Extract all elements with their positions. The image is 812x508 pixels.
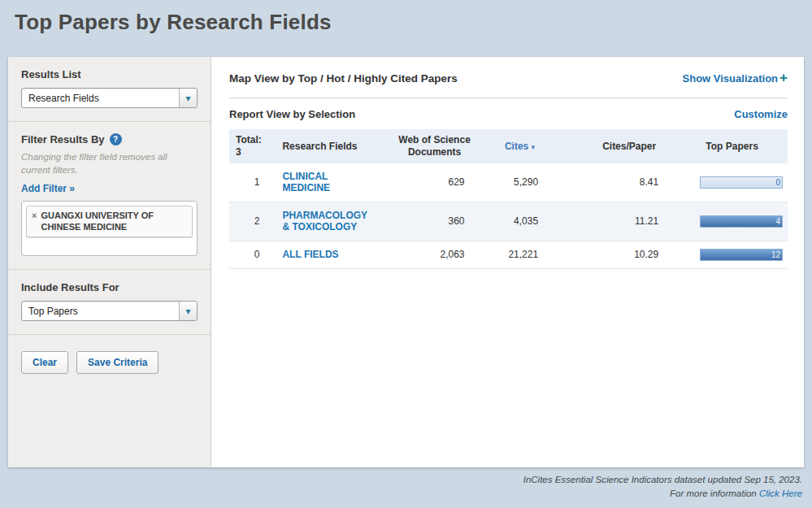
wos-documents-value: 629 [387, 163, 483, 202]
filter-tag-label: GUANGXI UNIVERSITY OF CHINESE MEDICINE [41, 210, 187, 233]
results-list-dropdown[interactable]: Research Fields ▾ [21, 88, 198, 108]
cites-per-paper-value: 11.21 [556, 202, 676, 241]
table-row: 0 ALL FIELDS 2,063 21,221 10.29 12 [229, 241, 788, 268]
save-criteria-button[interactable]: Save Criteria [76, 351, 158, 374]
content-area: Map View by Top / Hot / Highly Cited Pap… [211, 57, 804, 467]
clear-button[interactable]: Clear [21, 351, 68, 374]
column-header-top-papers: Top Papers [676, 129, 788, 163]
include-results-section: Include Results For Top Papers ▾ [8, 270, 211, 335]
page-title: Top Papers by Research Fields [0, 0, 812, 35]
table-header-row: Total: 3 Research Fields Web of Science … [229, 129, 788, 163]
add-filter-link[interactable]: Add Filter » [21, 183, 75, 194]
plus-icon: + [779, 70, 788, 85]
results-list-value: Research Fields [28, 93, 99, 104]
sidebar-buttons: Clear Save Criteria [21, 346, 198, 374]
include-results-label: Include Results For [21, 281, 198, 293]
show-visualization-label: Show Visualization [683, 72, 779, 85]
top-papers-bar: 0 [700, 176, 783, 189]
dataset-update-note: InCites Essential Science Indicators dat… [523, 473, 802, 487]
more-info-note: For more information Click Here [523, 487, 802, 501]
filter-note: Changing the filter field removes all cu… [21, 151, 198, 176]
column-header-cites[interactable]: Cites ▾ [483, 129, 557, 163]
sidebar: Results List Research Fields ▾ Filter Re… [8, 57, 211, 467]
filter-section: Filter Results By ? Changing the filter … [8, 122, 211, 270]
chevron-down-icon: ▾ [179, 302, 197, 320]
cites-per-paper-value: 10.29 [556, 241, 676, 268]
results-list-section: Results List Research Fields ▾ [8, 57, 211, 122]
column-header-research-fields: Research Fields [276, 129, 386, 163]
cites-per-paper-value: 8.41 [556, 163, 676, 202]
column-header-cites-per-paper: Cites/Paper [556, 129, 676, 163]
row-rank: 2 [229, 202, 276, 241]
research-field-link[interactable]: PHARMACOLOGY & TOXICOLOGY [282, 210, 373, 233]
cites-value: 4,035 [483, 202, 557, 241]
remove-filter-icon[interactable]: × [32, 210, 37, 221]
total-header: Total: 3 [229, 129, 276, 163]
filter-by-header: Filter Results By ? [21, 133, 198, 145]
cites-value: 21,221 [483, 241, 557, 268]
top-papers-bar: 4 [700, 215, 783, 228]
research-field-link[interactable]: ALL FIELDS [282, 249, 338, 260]
more-info-label: For more information [670, 488, 757, 498]
top-papers-bar: 12 [700, 249, 783, 261]
help-icon[interactable]: ? [110, 133, 122, 145]
results-table: Total: 3 Research Fields Web of Science … [229, 129, 788, 269]
dataset-footer: InCites Essential Science Indicators dat… [523, 473, 802, 501]
click-here-link[interactable]: Click Here [759, 488, 802, 498]
report-view-header: Report View by Selection Customize [229, 98, 788, 129]
table-row: 1 CLINICAL MEDICINE 629 5,290 8.41 0 [229, 163, 788, 202]
sidebar-actions-section: Clear Save Criteria [8, 335, 211, 467]
filter-by-label: Filter Results By [21, 133, 105, 145]
show-visualization-link[interactable]: Show Visualization+ [683, 70, 788, 86]
cites-value: 5,290 [483, 163, 557, 202]
chevron-down-icon: ▾ [179, 89, 197, 107]
report-view-title: Report View by Selection [229, 108, 355, 120]
total-label: Total: [236, 134, 269, 146]
main-panel: Results List Research Fields ▾ Filter Re… [8, 57, 804, 467]
top-papers-value: 12 [771, 250, 780, 261]
include-results-value: Top Papers [28, 306, 78, 317]
include-results-dropdown[interactable]: Top Papers ▾ [21, 301, 198, 321]
cites-header-label: Cites [505, 141, 528, 152]
total-value: 3 [236, 146, 269, 158]
customize-link[interactable]: Customize [734, 108, 788, 120]
table-row: 2 PHARMACOLOGY & TOXICOLOGY 360 4,035 11… [229, 202, 788, 241]
wos-documents-value: 360 [387, 202, 483, 241]
bar-fill [701, 250, 782, 260]
filter-tag[interactable]: × GUANGXI UNIVERSITY OF CHINESE MEDICINE [26, 206, 193, 237]
wos-documents-value: 2,063 [387, 241, 483, 268]
top-papers-value: 0 [775, 177, 780, 189]
row-rank: 1 [229, 163, 276, 202]
caret-down-icon: ▾ [532, 143, 536, 151]
filter-box: × GUANGXI UNIVERSITY OF CHINESE MEDICINE [21, 201, 198, 256]
results-list-label: Results List [21, 68, 198, 80]
map-view-header: Map View by Top / Hot / Highly Cited Pap… [229, 70, 788, 98]
top-papers-value: 4 [775, 216, 780, 228]
row-rank: 0 [229, 241, 276, 268]
map-view-title: Map View by Top / Hot / Highly Cited Pap… [229, 72, 458, 85]
research-field-link[interactable]: CLINICAL MEDICINE [282, 171, 373, 194]
column-header-wos-documents: Web of Science Documents [387, 129, 483, 163]
bar-fill [701, 216, 782, 227]
